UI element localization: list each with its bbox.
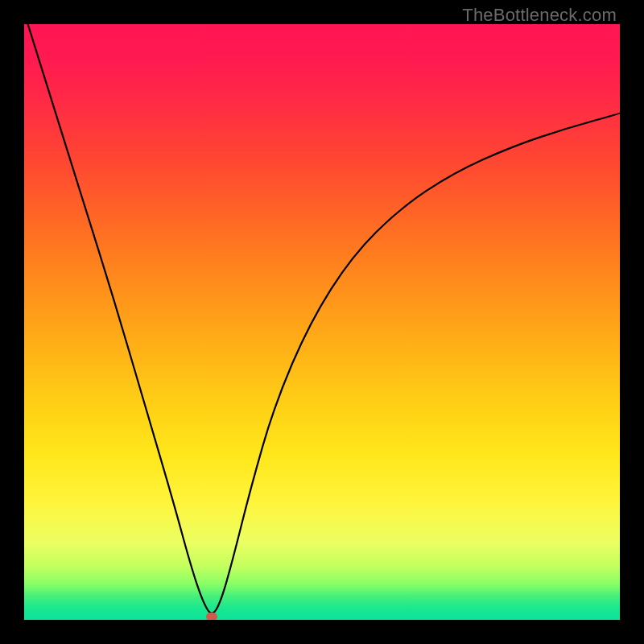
minimum-marker bbox=[206, 613, 217, 620]
chart-frame: TheBottleneck.com bbox=[0, 0, 644, 644]
plot-area bbox=[24, 24, 620, 620]
watermark-text: TheBottleneck.com bbox=[462, 5, 617, 26]
bottleneck-curve bbox=[24, 24, 620, 620]
